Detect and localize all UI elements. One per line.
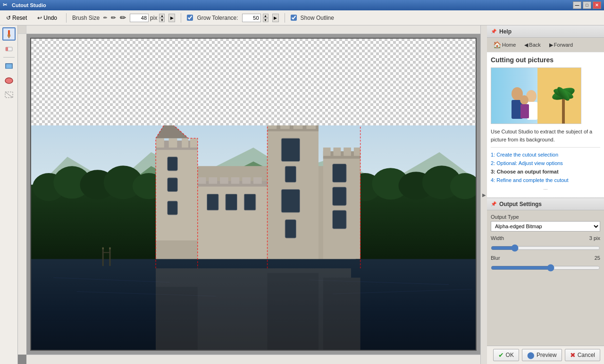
transparent-area (30, 38, 477, 125)
brush-size-up[interactable]: ▲ (159, 14, 165, 18)
separator-3 (285, 13, 285, 23)
cancel-button[interactable]: ✖ Cancel (565, 349, 600, 361)
help-image (491, 67, 581, 124)
brush-size-control: 48 pix ▲ ▼ (130, 14, 165, 22)
section-pin-icon[interactable]: 📌 (491, 29, 496, 34)
svg-rect-67 (231, 177, 240, 184)
statusbar (26, 355, 480, 364)
ruler-top-svg (26, 25, 480, 34)
svg-rect-62 (244, 194, 256, 210)
help-home-button[interactable]: 🏠 Home (490, 40, 519, 50)
svg-rect-95 (520, 104, 529, 118)
grow-tolerance-control: 50 ▲ ▼ (242, 14, 268, 22)
svg-rect-53 (333, 148, 341, 156)
svg-rect-37 (168, 201, 178, 215)
svg-rect-48 (281, 189, 300, 212)
help-step-1[interactable]: 1: Create the cutout selection (491, 150, 600, 159)
brush-small-icon[interactable]: ✏ (103, 15, 107, 20)
close-button[interactable]: ✕ (593, 1, 601, 9)
help-forward-label: Forward (554, 42, 573, 48)
output-type-select[interactable]: Alpha-edged Bitmap Cutout Layer JPEG PNG (491, 221, 600, 232)
svg-rect-5 (6, 64, 12, 68)
canvas-content[interactable] (26, 34, 480, 355)
undo-icon: ↩ (37, 15, 42, 21)
forward-icon: ▶ (549, 42, 553, 48)
svg-point-7 (5, 78, 13, 83)
maximize-button[interactable]: □ (583, 1, 591, 9)
title-bar: ✂ Cutout Studio — □ ✕ (0, 0, 604, 10)
help-step-2[interactable]: 2: Optional: Adjust view options (491, 159, 600, 167)
reset-label: Reset (12, 15, 27, 21)
grow-tolerance-expand[interactable]: ▶ (272, 14, 279, 22)
rect-select-tool[interactable] (2, 60, 16, 73)
oval-select-tool[interactable] (2, 74, 16, 87)
help-home-label: Home (502, 42, 516, 48)
svg-rect-64 (198, 177, 206, 184)
preview-label: Preview (537, 352, 557, 358)
output-content: Output Type Alpha-edged Bitmap Cutout La… (487, 210, 604, 279)
show-outline-checkbox[interactable] (291, 15, 297, 21)
brush-medium-icon[interactable]: ✏ (111, 14, 116, 21)
brush-large-icon[interactable]: ✏ (120, 13, 126, 22)
spacer (487, 279, 604, 346)
svg-rect-80 (109, 248, 111, 266)
minimize-button[interactable]: — (573, 1, 581, 9)
reset-button[interactable]: ↺ Reset (3, 13, 30, 23)
brush-size-down[interactable]: ▼ (159, 18, 165, 22)
separator-1 (66, 13, 67, 23)
grow-tolerance-down[interactable]: ▼ (263, 18, 268, 22)
scroll-indicator: ··· (491, 184, 600, 194)
svg-rect-58 (333, 210, 347, 229)
svg-rect-69 (253, 177, 262, 184)
svg-rect-52 (323, 148, 331, 156)
help-forward-button[interactable]: ▶ Forward (546, 41, 576, 50)
panel-collapse-button[interactable]: ▶ (480, 25, 487, 364)
width-slider[interactable] (491, 244, 600, 252)
grow-tolerance-up[interactable]: ▲ (263, 14, 268, 18)
brush-size-expand[interactable]: ▶ (168, 14, 175, 22)
main-layout: ▶ 📌 Help 🏠 Home ◀ Back ▶ Forward (0, 25, 604, 364)
brush-size-spinner: ▲ ▼ (159, 14, 165, 22)
paint-brush-tool[interactable] (2, 27, 16, 41)
help-step-4[interactable]: 4: Refine and complete the cutout (491, 176, 600, 184)
output-settings-section: 📌 Output Settings Output Type Alpha-edge… (487, 198, 604, 279)
oval-select-icon (4, 76, 14, 85)
svg-rect-82 (102, 248, 104, 249)
eraser-tool[interactable] (2, 41, 16, 55)
help-description: Use Cutout Studio to extract the subject… (491, 128, 600, 143)
cancel-label: Cancel (578, 352, 595, 358)
blur-slider[interactable] (491, 264, 600, 272)
paint-brush-icon (4, 29, 14, 39)
grow-tolerance-input[interactable]: 50 (242, 14, 261, 22)
svg-rect-78 (323, 278, 361, 351)
svg-rect-65 (209, 177, 217, 184)
separator-2 (181, 13, 181, 23)
svg-rect-55 (354, 148, 361, 156)
svg-rect-32 (182, 138, 188, 148)
undo-button[interactable]: ↩ Undo (34, 13, 60, 23)
ok-button[interactable]: ✔ OK (493, 349, 519, 361)
lasso-icon (4, 90, 14, 99)
lasso-tool[interactable] (2, 88, 16, 101)
preview-button[interactable]: ⬤ Preview (522, 349, 562, 361)
cancel-icon: ✖ (570, 351, 576, 359)
width-slider-container (491, 244, 600, 254)
preview-icon: ⬤ (527, 351, 535, 359)
svg-rect-76 (156, 287, 198, 351)
castle-area (30, 125, 477, 351)
reset-icon: ↺ (6, 15, 11, 21)
help-back-button[interactable]: ◀ Back (521, 41, 544, 50)
image-wrapper[interactable] (30, 38, 477, 351)
canvas-area (18, 25, 480, 364)
svg-rect-57 (333, 187, 347, 206)
svg-rect-33 (190, 138, 198, 148)
bottom-buttons: ✔ OK ⬤ Preview ✖ Cancel (487, 346, 604, 364)
svg-rect-60 (207, 194, 218, 210)
brush-size-input[interactable]: 48 (130, 14, 149, 22)
help-back-label: Back (529, 42, 540, 48)
help-title: Cutting out pictures (491, 56, 600, 64)
svg-rect-47 (285, 166, 296, 182)
output-pin-icon[interactable]: 📌 (491, 201, 496, 207)
svg-line-9 (5, 92, 13, 98)
grow-tolerance-checkbox[interactable] (187, 15, 193, 21)
